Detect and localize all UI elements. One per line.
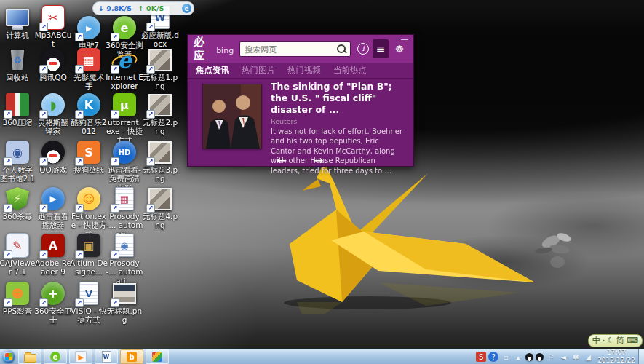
- desktop-icon-label: 无标题2.png: [141, 118, 179, 136]
- circle-icon: ☺↗: [77, 187, 100, 210]
- taskbar-clock[interactable]: 17:07 2012/12/22: [595, 349, 638, 364]
- desktop-icon-cajviewer[interactable]: ✎↗CAJViewer 7.1: [0, 234, 36, 277]
- circle-icon: HD↗: [113, 141, 136, 164]
- photo-icon: ↗: [148, 141, 172, 164]
- circle-icon: ◗↗: [41, 93, 65, 116]
- desktop-icon-label: 无标题4.png: [141, 212, 179, 230]
- shortcut-arrow-icon: ↗: [39, 157, 48, 166]
- desktop-icon-emule7[interactable]: ▸↗电驴7: [70, 16, 108, 50]
- sogou-tray-icon[interactable]: S: [476, 352, 486, 362]
- network-speed-monitor[interactable]: ↓ 9.8K/S ↑ 0K/S e: [92, 1, 194, 15]
- shortcut-arrow-icon: ↗: [111, 33, 119, 41]
- desktop-icon-360-zip[interactable]: ↗360压缩: [0, 93, 36, 127]
- desktop-icon-lingoes[interactable]: ◗↗灵格斯翻译家: [34, 93, 72, 136]
- taskbar-360browser-button[interactable]: e: [44, 349, 67, 364]
- desktop-icon-recycle-bin[interactable]: ♻回收站: [0, 48, 36, 82]
- taskbar-player-button[interactable]: ▶: [69, 349, 92, 364]
- start-button[interactable]: [1, 350, 15, 364]
- taskbar-word-button[interactable]: W: [95, 349, 118, 364]
- ime-simplified-indicator[interactable]: 简: [616, 336, 624, 346]
- taskbar-explorer-button[interactable]: [18, 349, 41, 364]
- desktop-icon-label: 无标题1.png: [141, 73, 179, 91]
- desktop-icon-xunlei-player[interactable]: ▶↗迅雷看看播放器: [34, 187, 72, 230]
- clock-date: 2012/12/22: [597, 357, 635, 364]
- article-title[interactable]: The sinking of "Plan B"; the U.S. " fisc…: [271, 81, 405, 116]
- qq-tray-icon-2[interactable]: [536, 353, 544, 361]
- desktop-icon-xunlei-kankan-hd[interactable]: HD↗迅雷看看-免费高清电影: [106, 141, 143, 192]
- flower-wallpaper: [533, 226, 584, 277]
- desktop-icon-mp3abcut[interactable]: ✂↗Mp3ABCut: [34, 6, 72, 49]
- help-tray-icon[interactable]: ?: [488, 352, 498, 362]
- desktop-icon-label: 回收站: [6, 73, 29, 82]
- language-bar[interactable]: 中·☾简⌨: [588, 334, 643, 347]
- taskbar: e▶Wb S?▫▴⚐◄✽◢ 17:07 2012/12/22: [0, 349, 644, 364]
- photos-icon: [152, 352, 162, 362]
- search-input[interactable]: [239, 41, 351, 57]
- circle-icon: ▸↗: [77, 16, 100, 39]
- circle-icon: ▶↗: [41, 187, 65, 210]
- taskbar-360browser-button-icon: e: [50, 352, 60, 362]
- page-icon: V↗: [77, 282, 100, 305]
- desktop-icon-adobe-reader-9[interactable]: A↗Adobe Reader 9: [34, 234, 72, 277]
- tab-current-hot[interactable]: 当前热点: [333, 65, 367, 76]
- desktop-icon-altium-designer[interactable]: ▣↗Altium Designe...: [70, 234, 108, 277]
- desktop-icon-untitled1-png[interactable]: ↗无标题1.png: [141, 48, 179, 91]
- desktop-icon-360-antivirus[interactable]: ⚡↗360杀毒: [0, 187, 36, 221]
- shortcut-arrow-icon: ↗: [111, 204, 119, 213]
- ime-keyboard-icon[interactable]: ⌨: [627, 336, 638, 346]
- tab-hot-images[interactable]: 热门图片: [242, 65, 275, 76]
- desktop-icon-fetion[interactable]: ☺↗Fetion.exe - 快捷方式: [70, 187, 108, 239]
- desktop-icon-label: VISIO - 快捷方式: [70, 306, 108, 325]
- taskbar-photos-button[interactable]: [146, 349, 169, 364]
- tab-focus-news[interactable]: 焦点资讯: [196, 65, 229, 76]
- desktop-icon-360-safeguard[interactable]: +↗360安全卫士: [34, 282, 72, 325]
- ime-chinese-indicator[interactable]: 中: [592, 336, 600, 346]
- shortcut-arrow-icon: ↗: [39, 110, 48, 119]
- desktop-icon-computer[interactable]: 计算机: [0, 6, 36, 39]
- desktop-icon-internet-explorer[interactable]: e↗Internet Explorer: [106, 48, 143, 91]
- tab-hot-videos[interactable]: 热门视频: [287, 65, 321, 76]
- shortcut-arrow-icon: ↗: [75, 157, 84, 166]
- desktop-icon-label: 个人数字图书馆2.1: [0, 165, 36, 183]
- taskbar-bing-button[interactable]: b: [120, 349, 143, 364]
- desktop-icon-label: Mp3ABCut: [34, 31, 72, 49]
- search-icon[interactable]: [337, 44, 346, 53]
- minimize-button[interactable]: —: [399, 36, 410, 44]
- desktop-icon-label: 360安全卫士: [34, 306, 72, 325]
- desktop-icon-untitled3-png[interactable]: ↗无标题3.png: [141, 141, 179, 183]
- news-photo[interactable]: [202, 84, 262, 149]
- bing-logo-en: bing: [216, 46, 234, 55]
- desktop-icon-qq-games[interactable]: ↗QQ游戏: [34, 141, 72, 174]
- shortcut-arrow-icon: ↗: [39, 250, 48, 259]
- desktop-icon-untitled-png[interactable]: ↗无标题.png: [106, 282, 143, 325]
- desktop-icon-untitled2-png[interactable]: ↗无标题2.png: [141, 93, 179, 136]
- info-icon[interactable]: i: [357, 39, 370, 58]
- desktop-icon-sogou-wallpaper[interactable]: S↗搜狗壁纸: [70, 141, 108, 174]
- prev-article-arrow[interactable]: ←: [277, 153, 287, 167]
- show-desktop-button[interactable]: [638, 349, 644, 364]
- mini-tray-icon[interactable]: ▫: [501, 352, 511, 362]
- qq-tray-icon-1[interactable]: [525, 353, 533, 361]
- desktop-icon-visio[interactable]: V↗VISIO - 快捷方式: [70, 282, 108, 325]
- fetion-tray-icon[interactable]: ✽: [571, 352, 581, 362]
- desktop-icon-digital-library[interactable]: ◉↗个人数字图书馆2.1: [0, 141, 36, 183]
- desktop-icon-prosody-1[interactable]: ▦↗Prosody-... automati...: [106, 187, 143, 239]
- desktop-icon-utorrent[interactable]: μ↗utorrent.exe - 快捷方式: [106, 93, 143, 145]
- desktop-icon-untitled4-png[interactable]: ↗无标题4.png: [141, 187, 179, 230]
- ime-dot[interactable]: ·: [603, 336, 605, 346]
- desktop-icon-prosody-2[interactable]: ◉↗Prosody-... automati...: [106, 234, 143, 285]
- desktop-icon-pps[interactable]: ☻↗PPS影音: [0, 282, 36, 315]
- desktop-icon-guangying-moshushou[interactable]: ▦↗光影魔术手: [70, 48, 108, 91]
- tile-icon: ✎↗: [6, 234, 29, 257]
- desktop-icon-kugou-2012[interactable]: K↗酷狗音乐2012: [70, 93, 108, 136]
- action-center-flag-icon[interactable]: ⚐: [546, 352, 556, 362]
- next-article-arrow[interactable]: →: [313, 153, 323, 167]
- hidden-icons-button[interactable]: ▴: [513, 352, 523, 362]
- desktop-icon-tencent-qq[interactable]: ↗腾讯QQ: [34, 48, 72, 82]
- ime-moon-icon[interactable]: ☾: [607, 336, 614, 346]
- newsfeed-icon[interactable]: ≡: [373, 39, 389, 58]
- upload-speed: ↑ 0K/S: [138, 4, 164, 12]
- desktop-icon-label: 必应新版.docx: [141, 31, 179, 49]
- network-icon[interactable]: ◢: [583, 352, 593, 362]
- volume-icon[interactable]: ◄: [558, 352, 568, 362]
